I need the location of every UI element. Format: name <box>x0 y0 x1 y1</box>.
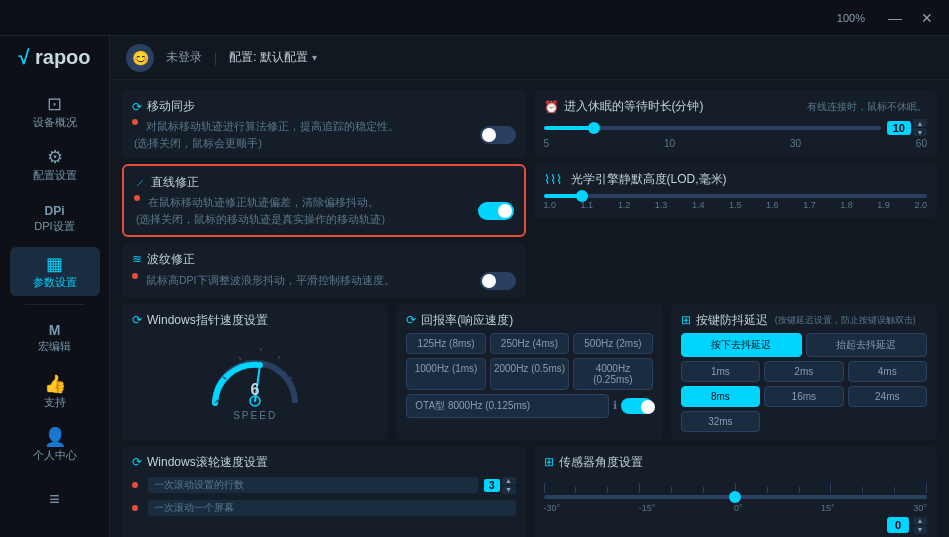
header-config-selector[interactable]: 配置: 默认配置 ▾ <box>229 49 317 66</box>
speedometer-svg: 6 <box>205 333 305 408</box>
poll-btn-125[interactable]: 125Hz (8ms) <box>406 333 485 354</box>
sleep-label-5: 5 <box>544 138 550 149</box>
tick-8 <box>767 487 768 493</box>
scroll-spinbox-1[interactable]: ▲ ▼ <box>502 477 516 494</box>
sidebar-item-profile[interactable]: 👤 个人中心 <box>10 420 100 469</box>
debounce-16ms[interactable]: 16ms <box>764 386 843 407</box>
scroll-spin-up[interactable]: ▲ <box>502 477 516 485</box>
optical-height-panel: ⌇⌇⌇ 光学引擎静默高度(LOD,毫米) 1.0 1.1 <box>534 163 938 218</box>
debounce-subtitle: (按键延迟设置，防止按键误触双击) <box>775 314 916 327</box>
lod-label-2_0: 2.0 <box>914 200 927 210</box>
debounce-8ms[interactable]: 8ms <box>681 386 760 407</box>
scroll-spin-down[interactable]: ▼ <box>502 486 516 494</box>
lod-label-1_2: 1.2 <box>618 200 631 210</box>
line-desc-line1: 在鼠标移动轨迹修正轨迹偏差，清除偏移抖动。 <box>134 195 478 210</box>
debounce-4ms[interactable]: 4ms <box>848 361 927 382</box>
lod-label-1_7: 1.7 <box>803 200 816 210</box>
ota-info-icon[interactable]: ℹ <box>613 399 617 412</box>
sidebar-item-overview[interactable]: ⊡ 设备概况 <box>10 87 100 136</box>
wave-correction-row: 鼠标高DPI下调整波浪形抖动，平滑控制移动速度。 <box>132 272 516 290</box>
sidebar-item-config[interactable]: ⚙ 配置设置 <box>10 140 100 189</box>
sleep-spinbox[interactable]: ▲ ▼ <box>913 119 927 136</box>
sidebar-item-macro[interactable]: M 宏编辑 <box>10 313 100 362</box>
sidebar-item-dpi[interactable]: DPi DPI设置 <box>10 194 100 243</box>
scroll-item-1: 一次滚动设置的行数 3 ▲ ▼ <box>132 477 516 494</box>
poll-rate-buttons: 125Hz (8ms) 250Hz (4ms) 500Hz (2ms) 1000… <box>406 333 652 390</box>
title-bar-controls: 100% — ✕ <box>837 7 941 29</box>
debounce-tab-press[interactable]: 按下去抖延迟 <box>681 333 802 357</box>
lod-slider-thumb[interactable] <box>576 190 588 202</box>
tick-12 <box>894 487 895 493</box>
poll-btn-500[interactable]: 500Hz (2ms) <box>573 333 652 354</box>
support-icon: 👍 <box>44 375 66 393</box>
sidebar-bottom: ≡ <box>10 471 100 527</box>
debounce-32ms[interactable]: 32ms <box>681 411 760 432</box>
scroll-track-1[interactable]: 一次滚动设置的行数 <box>148 477 478 493</box>
movement-sync-toggle[interactable] <box>480 126 516 144</box>
sleep-slider-thumb[interactable] <box>588 122 600 134</box>
lod-label-1_9: 1.9 <box>877 200 890 210</box>
line-desc-text1: 在鼠标移动轨迹修正轨迹偏差，清除偏移抖动。 <box>146 195 379 210</box>
movement-sync-panel: ⟳ 移动同步 对鼠标移动轨迹进行算法修正，提高追踪的稳定性。 (选择关闭，鼠标 <box>122 90 526 158</box>
poll-rate-panel: ⟳ 回报率(响应速度) 125Hz (8ms) 250Hz (4ms) 500H… <box>396 304 662 440</box>
main-content: ⟳ 移动同步 对鼠标移动轨迹进行算法修正，提高追踪的稳定性。 (选择关闭，鼠标 <box>110 80 949 537</box>
sleep-spin-down[interactable]: ▼ <box>913 128 927 136</box>
scroll-speed-label: Windows滚轮速度设置 <box>147 454 268 471</box>
chevron-down-icon: ▾ <box>312 52 317 63</box>
debounce-24ms[interactable]: 24ms <box>848 386 927 407</box>
line-correction-toggle[interactable] <box>478 202 514 220</box>
line-desc-line2: (选择关闭，鼠标的移动轨迹是真实操作的移动轨迹) <box>134 212 478 227</box>
ota-toggle[interactable] <box>621 398 653 414</box>
minimize-button[interactable]: — <box>881 7 909 29</box>
poll-btn-2000[interactable]: 2000Hz (0.5ms) <box>490 358 569 390</box>
angle-spinbox[interactable]: ▲ ▼ <box>913 517 927 534</box>
sidebar-item-params[interactable]: ▦ 参数设置 <box>10 247 100 296</box>
sleep-spin-up[interactable]: ▲ <box>913 119 927 127</box>
scroll-track-2[interactable]: 一次滚动一个屏幕 <box>148 500 516 516</box>
red-dot-3 <box>132 273 138 279</box>
wave-desc-line1: 鼠标高DPI下调整波浪形抖动，平滑控制移动速度。 <box>132 273 480 288</box>
sidebar-label-config: 配置设置 <box>33 170 77 181</box>
sidebar-label-dpi: DPI设置 <box>34 221 74 232</box>
lod-slider-row <box>544 194 928 198</box>
scroll-icon: ⟳ <box>132 455 142 469</box>
speed-label: SPEED <box>233 410 277 421</box>
poll-btn-250[interactable]: 250Hz (4ms) <box>490 333 569 354</box>
angle-spin-up[interactable]: ▲ <box>913 517 927 525</box>
angle-label-neg30: -30° <box>544 503 561 513</box>
debounce-2ms[interactable]: 2ms <box>764 361 843 382</box>
debounce-panel: ⊞ 按键防抖延迟 (按键延迟设置，防止按键误触双击) 按下去抖延迟 抬起去抖延迟… <box>671 304 937 440</box>
angle-slider-track[interactable] <box>544 495 928 499</box>
wave-correction-panel: ≋ 波纹修正 鼠标高DPI下调整波浪形抖动，平滑控制移动速度。 <box>122 243 526 298</box>
sidebar-more-button[interactable]: ≡ <box>10 473 100 525</box>
tick-6 <box>703 487 704 493</box>
sleep-slider-row: 10 ▲ ▼ <box>544 119 928 136</box>
lod-label-1_5: 1.5 <box>729 200 742 210</box>
lod-slider-track[interactable] <box>544 194 928 198</box>
angle-spin-down[interactable]: ▼ <box>913 526 927 534</box>
macro-icon: M <box>49 323 61 337</box>
wave-icon: ≋ <box>132 252 142 266</box>
poll-btn-1000[interactable]: 1000Hz (1ms) <box>406 358 485 390</box>
scroll-speed-title: ⟳ Windows滚轮速度设置 <box>132 454 516 471</box>
battery-indicator: 100% <box>837 12 865 24</box>
sidebar-divider <box>25 304 85 305</box>
poll-btn-4000[interactable]: 4000Hz (0.25ms) <box>573 358 652 390</box>
red-dot-1 <box>132 119 138 125</box>
pointer-speed-label: Windows指针速度设置 <box>147 312 268 329</box>
poll-rate-icon: ⟳ <box>406 313 416 327</box>
poll-ota-button[interactable]: OTA型 8000Hz (0.125ms) <box>406 394 608 418</box>
tick-13 <box>926 483 927 493</box>
debounce-tab-release[interactable]: 抬起去抖延迟 <box>806 333 927 357</box>
right-column: ⏰ 进入休眠的等待时长(分钟) 有线连接时，鼠标不休眠。 10 <box>534 90 938 298</box>
config-icon: ⚙ <box>47 148 63 166</box>
close-button[interactable]: ✕ <box>913 7 941 29</box>
wave-correction-toggle[interactable] <box>480 272 516 290</box>
angle-slider-thumb[interactable] <box>729 491 741 503</box>
sidebar-item-support[interactable]: 👍 支持 <box>10 366 100 415</box>
sleep-slider-track[interactable] <box>544 126 881 130</box>
gauge-wrap: 6 SPEED <box>132 333 378 421</box>
sidebar-label-profile: 个人中心 <box>33 450 77 461</box>
svg-line-2 <box>239 357 241 360</box>
debounce-1ms[interactable]: 1ms <box>681 361 760 382</box>
